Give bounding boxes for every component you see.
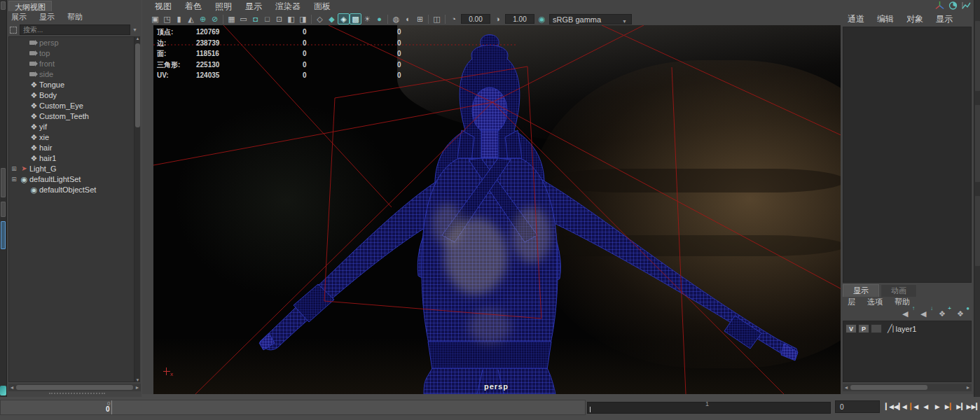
channel-box-empty-area[interactable] [843,27,972,283]
range-slider[interactable]: 1 [587,402,831,414]
move-tool-icon[interactable] [935,1,944,10]
search-input[interactable]: 搜索... [20,24,130,35]
tree-item-default-object-set[interactable]: ◉defaultObjectSet [9,184,134,195]
scroll-up-icon[interactable]: ▲ [134,36,141,41]
tree-item-custom-eye[interactable]: ❖Custom_Eye [9,100,134,111]
move-layer-down-icon[interactable]: ◀↓ [920,308,932,317]
viewport-menu-view[interactable]: 视图 [153,1,173,12]
exposure-field[interactable]: 0.00 [461,14,490,24]
scrollbar-thumb[interactable] [135,43,140,127]
snap-icon[interactable]: ⊘ [209,14,221,24]
menu-show[interactable]: 显示 [934,13,954,25]
outliner-menu-help[interactable]: 帮助 [66,12,84,22]
outliner-menu-show[interactable]: 显示 [38,12,56,22]
playhead[interactable] [111,400,112,414]
scroll-left-icon[interactable]: ◄ [843,385,850,390]
tab-display[interactable]: 显示 [843,284,879,297]
ao-icon[interactable]: ◍ [390,14,402,24]
layer-row[interactable]: V P ╱| layer1 [843,323,971,335]
new-layer-icon[interactable]: ❖● [957,308,968,317]
colorspace-dropdown[interactable]: sRGB gamma ▼ [549,14,632,24]
isolate-select-icon[interactable]: ⊞ [414,14,426,24]
field-chart-icon[interactable]: ⊡ [273,14,285,24]
tree-item-side[interactable]: side [9,69,134,79]
toolbox-button[interactable] [1,202,6,217]
scroll-down-icon[interactable]: ▼ [134,378,141,382]
step-back-frame-button[interactable]: ▎◀ [897,399,909,414]
xray-icon[interactable]: ◫ [431,14,443,24]
tree-item-tongue[interactable]: ❖Tongue [9,79,134,90]
lights-icon[interactable]: ☀ [361,14,373,24]
expand-icon[interactable]: ⊞ [9,176,19,183]
menu-options[interactable]: 选项 [866,297,884,307]
viewport-menu-shading[interactable]: 着色 [184,1,203,12]
gate-mask-icon[interactable]: □ [261,14,273,24]
layer-horizontal-scrollbar[interactable]: ◄ ► [843,384,972,391]
shadows-icon[interactable]: ● [373,14,385,24]
step-forward-frame-button[interactable]: ▶▎ [955,399,967,414]
textured-icon[interactable]: ◈ [338,13,350,24]
outliner-title-tab[interactable]: 大纲视图 [8,1,52,11]
layer-name[interactable]: layer1 [895,325,916,333]
tree-item-top[interactable]: top [9,48,134,58]
tree-item-xie[interactable]: ❖xie [9,132,134,142]
film-gate-icon[interactable]: ▭ [237,14,249,24]
go-to-end-button[interactable]: ▶▶▎ [967,399,979,414]
scroll-left-icon[interactable]: ◄ [8,385,15,390]
play-forwards-button[interactable]: ▶ [932,399,944,414]
scrollbar-thumb[interactable] [850,385,927,390]
tree-item-hair[interactable]: ❖hair [9,142,134,153]
scrollbar-thumb[interactable] [16,385,133,390]
viewport-menu-panels[interactable]: 面板 [312,1,332,12]
scroll-right-icon[interactable]: ► [965,385,972,390]
safe-title-icon[interactable]: ◨ [297,14,309,24]
camera-attributes-icon[interactable]: ◳ [161,14,173,24]
tree-item-light-g[interactable]: ⊞➤Light_G [9,163,134,174]
menu-layers[interactable]: 层 [846,297,857,307]
layer-color-swatch[interactable] [871,324,882,333]
shaded-icon[interactable]: ◆ [326,14,338,24]
gauge-icon[interactable] [948,1,958,10]
step-back-key-button[interactable]: ▎◀ [909,399,920,414]
menu-object[interactable]: 对象 [905,13,925,25]
toolbox-button[interactable] [1,1,6,10]
tree-item-custom-teeth[interactable]: ❖Custom_Teeth [9,111,134,121]
current-frame-field[interactable]: 0 [835,400,880,413]
outliner-vertical-scrollbar[interactable]: ▲ ▼ [134,36,140,382]
viewport-canvas[interactable]: 顶点:12076900 边:23873900 面:11851600 三角形:22… [153,25,846,394]
safe-action-icon[interactable]: ◧ [285,14,297,24]
tree-item-default-light-set[interactable]: ⊞◉defaultLightSet [9,174,134,184]
grid-icon[interactable]: ▦ [226,14,237,24]
layer-playback-toggle[interactable]: P [858,324,869,333]
scroll-right-icon[interactable]: ► [134,385,141,390]
tree-item-persp[interactable]: persp [9,37,134,48]
multisample-icon[interactable]: ▩ [350,13,361,24]
menu-edit[interactable]: 编辑 [876,13,895,25]
time-slider[interactable]: 0 0 [0,400,586,415]
graph-icon[interactable] [962,1,971,10]
search-dropdown-icon[interactable]: ▼ [132,27,137,32]
outliner-horizontal-scrollbar[interactable]: ◄ ► [8,384,141,391]
select-camera-icon[interactable]: ▣ [149,14,161,24]
gamma-field[interactable]: 1.00 [505,14,534,24]
layer-visible-toggle[interactable]: V [846,324,857,333]
viewport-menu-lighting[interactable]: 照明 [214,1,233,12]
outliner-menu-display[interactable]: 展示 [10,12,28,22]
tree-item-yif[interactable]: ❖yif [9,121,134,132]
outliner-tree[interactable]: persp top front side ❖Tongue ❖Body ❖Cust… [8,36,134,382]
step-forward-key-button[interactable]: ▶▎ [944,399,955,414]
expand-icon[interactable]: ⊞ [9,165,19,172]
tree-item-hair1[interactable]: ❖hair1 [9,153,134,163]
motion-blur-icon[interactable]: ◐ [402,14,414,24]
play-backwards-button[interactable]: ◀ [920,399,932,414]
menu-channels[interactable]: 通道 [846,13,866,25]
panel-resize-grip[interactable] [49,393,105,394]
move-layer-up-icon[interactable]: ◀↑ [902,308,913,317]
toolbox-corner-icon[interactable] [0,386,6,396]
toolbox-button-active[interactable] [1,221,6,249]
resolution-gate-icon[interactable]: ◘ [249,14,261,24]
toolbox-button[interactable] [1,168,6,197]
tree-item-front[interactable]: front [9,58,134,69]
gamma-icon[interactable]: ◑ [492,14,504,24]
bookmark-icon[interactable]: ▮ [173,14,185,24]
